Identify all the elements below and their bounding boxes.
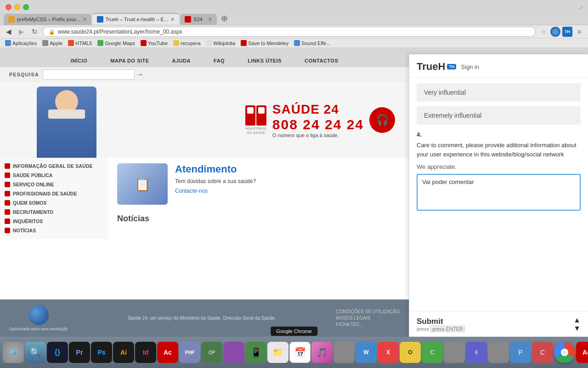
- taskbar-icon-misc4[interactable]: W: [356, 342, 377, 363]
- nav-mapa[interactable]: MAPA DO SITE: [110, 58, 149, 63]
- tab-close-3[interactable]: ✕: [208, 17, 212, 23]
- bookmark-star-icon[interactable]: ☆: [538, 27, 548, 37]
- footer-link-ficha[interactable]: FICHA TÉC...: [336, 322, 400, 327]
- taskbar-icon-misc11[interactable]: P: [510, 342, 531, 363]
- taskbar-icon-indesign[interactable]: Id: [135, 342, 156, 363]
- sidebar-bullet-3: [5, 182, 10, 187]
- nav-ajuda[interactable]: AJUDA: [172, 58, 191, 63]
- taskbar-icon-misc1[interactable]: [223, 342, 244, 363]
- taskbar-icon-acrobat1[interactable]: Ac: [157, 342, 178, 363]
- taskbar-icon-misc6[interactable]: O: [400, 342, 421, 363]
- sidebar-item-inqueritos[interactable]: INQUÉRITOS: [0, 217, 108, 226]
- bookmark-maps[interactable]: Google Maps: [96, 40, 136, 46]
- taskbar-icon-misc9[interactable]: ii: [466, 342, 487, 363]
- sidebar-item-info-geral[interactable]: INFORMAÇÃO GERAL DE SAÚDE: [0, 161, 108, 171]
- tab-close-1[interactable]: ✕: [83, 17, 87, 23]
- atendimento-link[interactable]: Contacte-nos: [175, 188, 208, 194]
- bookmark-apps[interactable]: Aplicações: [4, 40, 38, 46]
- maximize-button[interactable]: [23, 4, 29, 10]
- taskbar-icon-syspref[interactable]: ⚙️: [3, 342, 24, 363]
- footer-link-legal[interactable]: AVISOS LEGAIS: [336, 316, 400, 321]
- menu-icon[interactable]: ≡: [574, 27, 584, 37]
- taskbar-icon-misc3[interactable]: [334, 342, 355, 363]
- search-label: PESQUISA: [9, 72, 39, 77]
- trueh-signin[interactable]: Sign in: [461, 63, 479, 70]
- nav-contactos[interactable]: CONTACTOS: [305, 58, 338, 63]
- url-bar[interactable]: 🔒 www.saude24.pt/PresentationLayer/home_…: [43, 27, 536, 37]
- bookmark-sound[interactable]: Sound Effe...: [293, 40, 332, 46]
- taskbar-icon-misc2[interactable]: 📱: [245, 342, 266, 363]
- sidebar-label-quem: QUEM SOMOS: [13, 200, 47, 206]
- taskbar-icon-filezilla[interactable]: 📁: [267, 342, 288, 363]
- taskbar-icon-misc7[interactable]: C: [422, 342, 443, 363]
- trueh-comment-textarea[interactable]: [417, 174, 581, 211]
- taskbar-icon-photoshop[interactable]: Ps: [91, 342, 112, 363]
- footer-resolution-text: Optimizado para uma resolução: [9, 327, 68, 331]
- sidebar-label-info: INFORMAÇÃO GERAL DE SAÚDE: [13, 163, 93, 169]
- taskbar-icon-openproj[interactable]: OP: [201, 342, 222, 363]
- trueh-panel: TrueH TH Sign in Very influential Extrem…: [409, 54, 588, 337]
- taskbar-icon-calendar[interactable]: 📅: [289, 342, 311, 363]
- bookmark-apple-label: Apple: [50, 40, 62, 46]
- new-tab-button[interactable]: ⊕: [218, 12, 231, 25]
- nav-down-button[interactable]: ▼: [573, 325, 581, 332]
- taskbar-icon-brackets[interactable]: {}: [47, 342, 68, 363]
- apps-icon: [5, 40, 11, 46]
- bookmark-wiki[interactable]: Wikipédia: [205, 40, 237, 46]
- tab-prefixmycss[interactable]: prefixMyCSS – Prefix your... ✕: [4, 14, 91, 25]
- nav-faq[interactable]: FAQ: [214, 58, 225, 63]
- submit-button[interactable]: Submit: [417, 317, 465, 326]
- tab-label-trueh: Trueh – Trust e-health – E...: [106, 17, 169, 22]
- bookmark-html5[interactable]: HTML5: [67, 40, 93, 46]
- nav-icons-group: ☆ TH ≡: [538, 27, 584, 37]
- search-submit-arrow[interactable]: →: [136, 70, 144, 79]
- sidebar-item-saude-publica[interactable]: SAÚDE PÚBLICA: [0, 171, 108, 180]
- footer-link-conditions[interactable]: CONDIÇÕES DE UTILIZAÇÃO: [336, 309, 400, 314]
- atendimento-illustration: 📋: [117, 163, 168, 205]
- resize-icon[interactable]: ⤢: [579, 5, 583, 11]
- bookmark-youtube[interactable]: YouTube: [139, 40, 169, 46]
- back-button[interactable]: ◀: [4, 27, 14, 37]
- minimize-button[interactable]: [14, 4, 20, 10]
- nav-up-button[interactable]: ▲: [573, 316, 581, 324]
- search-input[interactable]: [43, 69, 135, 80]
- tab-trueh[interactable]: Trueh – Trust e-health – E... ✕: [92, 13, 180, 25]
- footer-links: CONDIÇÕES DE UTILIZAÇÃO AVISOS LEGAIS FI…: [336, 309, 400, 327]
- extremely-influential-button[interactable]: Extremely influential: [417, 106, 581, 125]
- taskbar-icon-finder[interactable]: 🔍: [25, 342, 46, 363]
- tab-icon-prefixmycss: [8, 16, 15, 23]
- bookmark-apple[interactable]: Apple: [41, 40, 64, 46]
- taskbar-icon-misc8[interactable]: [444, 342, 465, 363]
- taskbar-icon-misc10[interactable]: [488, 342, 509, 363]
- bookmark-recupera[interactable]: recupera: [172, 40, 202, 46]
- refresh-button[interactable]: ↻: [29, 27, 40, 37]
- youtube-icon: [141, 40, 147, 46]
- sidebar-item-profissionais[interactable]: PROFISSIONAIS DE SAÚDE: [0, 189, 108, 198]
- chrome-icon[interactable]: [550, 27, 560, 37]
- taskbar-icon-chrome-main[interactable]: [554, 342, 575, 363]
- bookmark-apps-label: Aplicações: [12, 40, 37, 46]
- trueh-panel-header: TrueH TH Sign in: [409, 54, 588, 78]
- close-button[interactable]: [6, 4, 11, 10]
- taskbar-icon-illustrator[interactable]: Ai: [113, 342, 134, 363]
- site-footer: Optimizado para uma resolução Saúde 24, …: [0, 299, 409, 337]
- sidebar-item-recrutamento[interactable]: RECRUTAMENTO: [0, 207, 108, 217]
- bookmark-mendeley[interactable]: Save to Mendeley: [239, 40, 290, 46]
- very-influential-button[interactable]: Very influential: [417, 83, 581, 102]
- taskbar-icon-premiere[interactable]: Pr: [69, 342, 90, 363]
- nav-inicio[interactable]: INÍCIO: [71, 58, 88, 63]
- tab-s24[interactable]: S24 ✕: [180, 14, 217, 25]
- taskbar-icon-misc12[interactable]: C: [532, 342, 553, 363]
- taskbar-icon-php[interactable]: PHP: [179, 342, 200, 363]
- taskbar-icon-misc5[interactable]: X: [378, 342, 399, 363]
- th-extension-icon[interactable]: TH: [562, 27, 572, 37]
- nav-links[interactable]: LINKS ÚTEIS: [248, 58, 282, 63]
- taskbar-icon-itunes[interactable]: 🎵: [311, 342, 333, 363]
- sidebar-item-servico[interactable]: SERVIÇO ONLINE: [0, 180, 108, 189]
- tab-icon-s24: [185, 16, 191, 23]
- forward-button[interactable]: ▶: [17, 27, 27, 37]
- sidebar-item-quem[interactable]: QUEM SOMOS: [0, 198, 108, 207]
- sidebar-item-noticias[interactable]: NOTÍCIAS: [0, 226, 108, 235]
- tab-close-2[interactable]: ✕: [170, 17, 175, 23]
- taskbar-icon-acrobat2[interactable]: Ac: [576, 342, 588, 363]
